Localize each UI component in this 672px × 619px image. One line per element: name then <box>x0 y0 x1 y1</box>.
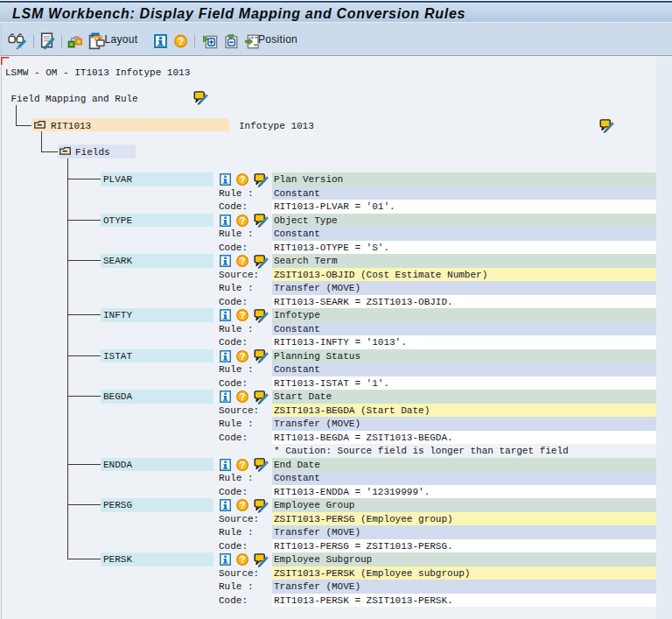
svg-text:?: ? <box>240 391 246 402</box>
svg-text:?: ? <box>240 215 246 225</box>
svg-text:?: ? <box>240 554 246 565</box>
svg-text:?: ? <box>240 459 246 469</box>
svg-text:?: ? <box>240 500 246 510</box>
svg-text:?: ? <box>240 256 246 266</box>
svg-text:?: ? <box>178 36 184 46</box>
svg-text:?: ? <box>240 174 246 185</box>
svg-text:?: ? <box>240 350 246 361</box>
svg-text:?: ? <box>240 310 246 320</box>
